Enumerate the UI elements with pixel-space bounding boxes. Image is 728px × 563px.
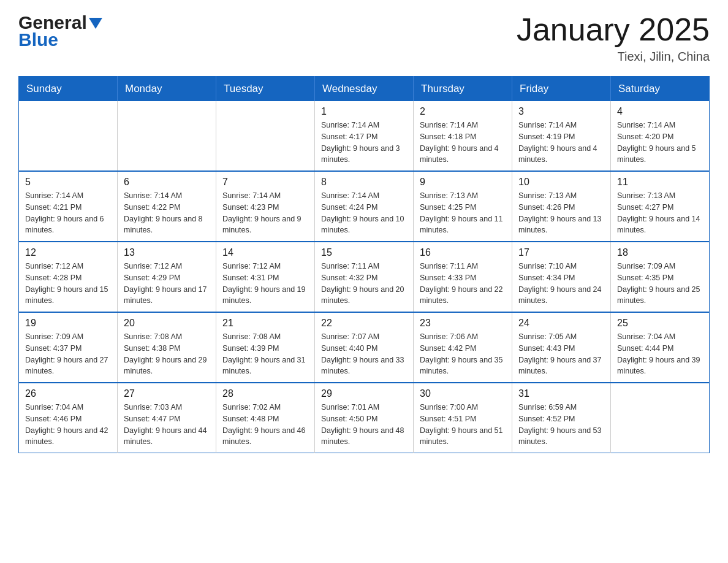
day-info: Sunrise: 7:14 AM Sunset: 4:22 PM Dayligh…: [124, 190, 210, 236]
day-info: Sunrise: 7:08 AM Sunset: 4:38 PM Dayligh…: [124, 331, 210, 377]
calendar-cell: [611, 383, 710, 453]
day-info: Sunrise: 7:04 AM Sunset: 4:44 PM Dayligh…: [617, 331, 703, 377]
calendar-cell: 13Sunrise: 7:12 AM Sunset: 4:29 PM Dayli…: [118, 242, 216, 312]
page-header: General Blue January 2025 Tiexi, Jilin, …: [18, 12, 710, 64]
day-number: 14: [222, 247, 308, 258]
day-number: 1: [321, 106, 407, 117]
calendar-cell: [216, 101, 315, 171]
calendar-cell: 10Sunrise: 7:13 AM Sunset: 4:26 PM Dayli…: [512, 171, 611, 242]
day-info: Sunrise: 7:14 AM Sunset: 4:19 PM Dayligh…: [518, 120, 604, 166]
calendar-cell: 23Sunrise: 7:06 AM Sunset: 4:42 PM Dayli…: [414, 312, 512, 383]
calendar-cell: 27Sunrise: 7:03 AM Sunset: 4:47 PM Dayli…: [118, 383, 216, 453]
day-number: 6: [124, 177, 210, 188]
day-info: Sunrise: 7:13 AM Sunset: 4:27 PM Dayligh…: [617, 190, 703, 236]
day-info: Sunrise: 7:14 AM Sunset: 4:17 PM Dayligh…: [321, 120, 407, 166]
weekday-header-friday: Friday: [512, 77, 611, 102]
calendar-cell: 8Sunrise: 7:14 AM Sunset: 4:24 PM Daylig…: [315, 171, 414, 242]
day-number: 25: [617, 318, 703, 329]
weekday-header-tuesday: Tuesday: [216, 77, 315, 102]
calendar-title: January 2025: [517, 12, 710, 47]
calendar-week-row: 12Sunrise: 7:12 AM Sunset: 4:28 PM Dayli…: [19, 242, 710, 312]
calendar-cell: 3Sunrise: 7:14 AM Sunset: 4:19 PM Daylig…: [512, 101, 611, 171]
day-info: Sunrise: 7:14 AM Sunset: 4:21 PM Dayligh…: [25, 190, 111, 236]
day-number: 4: [617, 106, 703, 117]
calendar-cell: 14Sunrise: 7:12 AM Sunset: 4:31 PM Dayli…: [216, 242, 315, 312]
logo-triangle-icon: [89, 18, 102, 29]
day-number: 2: [420, 106, 506, 117]
day-number: 26: [25, 388, 111, 399]
calendar-week-row: 1Sunrise: 7:14 AM Sunset: 4:17 PM Daylig…: [19, 101, 710, 171]
calendar-cell: 2Sunrise: 7:14 AM Sunset: 4:18 PM Daylig…: [414, 101, 512, 171]
calendar-cell: 17Sunrise: 7:10 AM Sunset: 4:34 PM Dayli…: [512, 242, 611, 312]
day-info: Sunrise: 7:13 AM Sunset: 4:25 PM Dayligh…: [420, 190, 506, 236]
day-info: Sunrise: 7:11 AM Sunset: 4:33 PM Dayligh…: [420, 261, 506, 307]
calendar-cell: 22Sunrise: 7:07 AM Sunset: 4:40 PM Dayli…: [315, 312, 414, 383]
calendar-cell: 15Sunrise: 7:11 AM Sunset: 4:32 PM Dayli…: [315, 242, 414, 312]
calendar-cell: 30Sunrise: 7:00 AM Sunset: 4:51 PM Dayli…: [414, 383, 512, 453]
calendar-cell: 5Sunrise: 7:14 AM Sunset: 4:21 PM Daylig…: [19, 171, 118, 242]
day-number: 24: [518, 318, 604, 329]
logo-blue-text: Blue: [18, 29, 58, 50]
day-number: 20: [124, 318, 210, 329]
calendar-cell: 24Sunrise: 7:05 AM Sunset: 4:43 PM Dayli…: [512, 312, 611, 383]
day-info: Sunrise: 7:01 AM Sunset: 4:50 PM Dayligh…: [321, 402, 407, 448]
weekday-header-sunday: Sunday: [19, 77, 118, 102]
day-number: 17: [518, 247, 604, 258]
day-number: 29: [321, 388, 407, 399]
day-info: Sunrise: 7:10 AM Sunset: 4:34 PM Dayligh…: [518, 261, 604, 307]
calendar-header-row: SundayMondayTuesdayWednesdayThursdayFrid…: [19, 77, 710, 102]
calendar-cell: 6Sunrise: 7:14 AM Sunset: 4:22 PM Daylig…: [118, 171, 216, 242]
day-info: Sunrise: 7:13 AM Sunset: 4:26 PM Dayligh…: [518, 190, 604, 236]
day-info: Sunrise: 7:14 AM Sunset: 4:23 PM Dayligh…: [222, 190, 308, 236]
calendar-cell: 25Sunrise: 7:04 AM Sunset: 4:44 PM Dayli…: [611, 312, 710, 383]
day-number: 5: [25, 177, 111, 188]
day-info: Sunrise: 7:03 AM Sunset: 4:47 PM Dayligh…: [124, 402, 210, 448]
calendar-cell: 1Sunrise: 7:14 AM Sunset: 4:17 PM Daylig…: [315, 101, 414, 171]
day-info: Sunrise: 6:59 AM Sunset: 4:52 PM Dayligh…: [518, 402, 604, 448]
day-info: Sunrise: 7:09 AM Sunset: 4:37 PM Dayligh…: [25, 331, 111, 377]
day-number: 10: [518, 177, 604, 188]
day-number: 22: [321, 318, 407, 329]
calendar-week-row: 26Sunrise: 7:04 AM Sunset: 4:46 PM Dayli…: [19, 383, 710, 453]
day-info: Sunrise: 7:05 AM Sunset: 4:43 PM Dayligh…: [518, 331, 604, 377]
weekday-header-thursday: Thursday: [414, 77, 512, 102]
day-info: Sunrise: 7:12 AM Sunset: 4:29 PM Dayligh…: [124, 261, 210, 307]
day-number: 15: [321, 247, 407, 258]
weekday-header-saturday: Saturday: [611, 77, 710, 102]
calendar-cell: 20Sunrise: 7:08 AM Sunset: 4:38 PM Dayli…: [118, 312, 216, 383]
day-info: Sunrise: 7:09 AM Sunset: 4:35 PM Dayligh…: [617, 261, 703, 307]
day-number: 31: [518, 388, 604, 399]
day-number: 8: [321, 177, 407, 188]
day-number: 11: [617, 177, 703, 188]
day-info: Sunrise: 7:14 AM Sunset: 4:24 PM Dayligh…: [321, 190, 407, 236]
calendar-cell: 29Sunrise: 7:01 AM Sunset: 4:50 PM Dayli…: [315, 383, 414, 453]
day-number: 3: [518, 106, 604, 117]
calendar-cell: 7Sunrise: 7:14 AM Sunset: 4:23 PM Daylig…: [216, 171, 315, 242]
logo: General Blue: [18, 12, 102, 50]
day-info: Sunrise: 7:08 AM Sunset: 4:39 PM Dayligh…: [222, 331, 308, 377]
calendar-cell: 18Sunrise: 7:09 AM Sunset: 4:35 PM Dayli…: [611, 242, 710, 312]
day-number: 27: [124, 388, 210, 399]
calendar-subtitle: Tiexi, Jilin, China: [517, 50, 710, 64]
weekday-header-monday: Monday: [118, 77, 216, 102]
day-info: Sunrise: 7:14 AM Sunset: 4:18 PM Dayligh…: [420, 120, 506, 166]
day-number: 23: [420, 318, 506, 329]
calendar-cell: 31Sunrise: 6:59 AM Sunset: 4:52 PM Dayli…: [512, 383, 611, 453]
calendar-cell: 12Sunrise: 7:12 AM Sunset: 4:28 PM Dayli…: [19, 242, 118, 312]
day-number: 21: [222, 318, 308, 329]
calendar-cell: 26Sunrise: 7:04 AM Sunset: 4:46 PM Dayli…: [19, 383, 118, 453]
calendar-week-row: 5Sunrise: 7:14 AM Sunset: 4:21 PM Daylig…: [19, 171, 710, 242]
day-info: Sunrise: 7:02 AM Sunset: 4:48 PM Dayligh…: [222, 402, 308, 448]
calendar-cell: 4Sunrise: 7:14 AM Sunset: 4:20 PM Daylig…: [611, 101, 710, 171]
day-info: Sunrise: 7:12 AM Sunset: 4:31 PM Dayligh…: [222, 261, 308, 307]
day-number: 9: [420, 177, 506, 188]
calendar-cell: 9Sunrise: 7:13 AM Sunset: 4:25 PM Daylig…: [414, 171, 512, 242]
calendar-cell: 19Sunrise: 7:09 AM Sunset: 4:37 PM Dayli…: [19, 312, 118, 383]
calendar-cell: [118, 101, 216, 171]
calendar-week-row: 19Sunrise: 7:09 AM Sunset: 4:37 PM Dayli…: [19, 312, 710, 383]
weekday-header-wednesday: Wednesday: [315, 77, 414, 102]
day-number: 19: [25, 318, 111, 329]
day-info: Sunrise: 7:14 AM Sunset: 4:20 PM Dayligh…: [617, 120, 703, 166]
day-info: Sunrise: 7:07 AM Sunset: 4:40 PM Dayligh…: [321, 331, 407, 377]
title-section: January 2025 Tiexi, Jilin, China: [517, 12, 710, 64]
